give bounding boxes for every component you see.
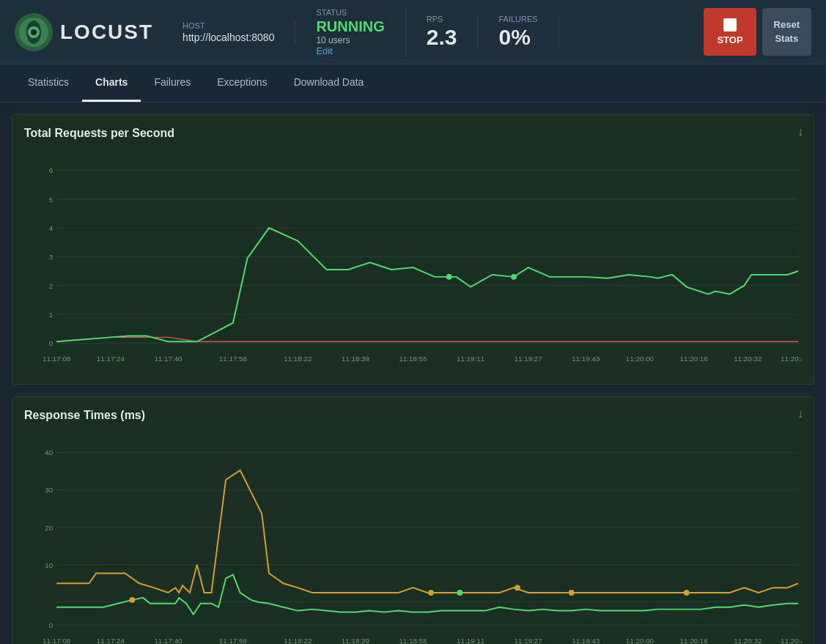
rps-chart-container: Total Requests per Second ↓ 6 5 4 3 2 1 … <box>12 114 814 385</box>
svg-text:11:17:40: 11:17:40 <box>154 636 182 644</box>
stop-button[interactable]: STOP <box>704 8 756 56</box>
nav-item-statistics[interactable]: Statistics <box>15 64 82 102</box>
header-info: HOST http://localhost:8080 STATUS RUNNIN… <box>182 8 689 56</box>
host-block: HOST http://localhost:8080 <box>182 21 295 43</box>
svg-text:11:19:27: 11:19:27 <box>515 636 542 644</box>
svg-text:11:17:40: 11:17:40 <box>154 355 182 363</box>
rps-download-icon[interactable]: ↓ <box>797 125 803 138</box>
svg-text:11:17:08: 11:17:08 <box>43 355 71 363</box>
host-value: http://localhost:8080 <box>182 32 274 43</box>
svg-text:3: 3 <box>49 253 54 261</box>
response-download-icon[interactable]: ↓ <box>797 407 803 421</box>
host-label: HOST <box>182 21 274 30</box>
response-chart-svg: 40 30 20 10 0 11:17:08 11:17:24 <box>24 431 802 644</box>
status-block: STATUS RUNNING 10 users Edit <box>295 8 405 56</box>
svg-point-51 <box>684 590 690 596</box>
svg-text:2: 2 <box>49 282 53 290</box>
svg-text:10: 10 <box>45 560 53 569</box>
rps-chart-area: 6 5 4 3 2 1 0 11:17:08 11:17:24 11:17:40… <box>24 149 802 372</box>
failures-value: 0% <box>498 25 537 50</box>
rps-value: 2.3 <box>427 25 457 50</box>
svg-point-4 <box>31 29 37 35</box>
svg-text:11:17:08: 11:17:08 <box>43 636 71 644</box>
svg-text:11:19:43: 11:19:43 <box>572 355 600 363</box>
logo-text: LOCUST <box>60 21 153 44</box>
svg-point-46 <box>129 596 135 602</box>
svg-text:11:20:32: 11:20:32 <box>734 355 762 363</box>
svg-text:0: 0 <box>49 621 54 629</box>
svg-text:11:17:24: 11:17:24 <box>97 355 125 363</box>
logo-area: LOCUST <box>15 13 153 51</box>
svg-text:11:20:16: 11:20:16 <box>680 355 709 363</box>
svg-text:11:19:27: 11:19:27 <box>515 355 542 363</box>
svg-point-20 <box>511 274 517 280</box>
svg-point-50 <box>569 590 575 596</box>
main-content: Total Requests per Second ↓ 6 5 4 3 2 1 … <box>0 103 826 644</box>
svg-text:1: 1 <box>49 311 53 319</box>
nav-item-exceptions[interactable]: Exceptions <box>204 64 280 102</box>
svg-text:11:19:11: 11:19:11 <box>457 636 484 644</box>
failures-label: FAILURES <box>498 15 537 23</box>
nav: Statistics Charts Failures Exceptions Do… <box>0 64 826 103</box>
svg-text:20: 20 <box>45 523 53 531</box>
svg-text:6: 6 <box>49 166 54 174</box>
svg-text:11:18:22: 11:18:22 <box>284 355 311 363</box>
svg-text:11:19:43: 11:19:43 <box>572 636 600 644</box>
header-buttons: STOP ResetStats <box>704 8 811 56</box>
rps-block: RPS 2.3 <box>406 15 479 50</box>
nav-item-charts[interactable]: Charts <box>82 64 141 102</box>
svg-text:11:20:16: 11:20:16 <box>680 636 709 644</box>
svg-point-48 <box>457 590 462 596</box>
svg-text:11:17:24: 11:17:24 <box>97 636 125 644</box>
edit-link[interactable]: Edit <box>316 45 332 56</box>
reset-button[interactable]: ResetStats <box>762 8 811 56</box>
rps-label: RPS <box>427 15 457 23</box>
svg-text:5: 5 <box>49 196 54 204</box>
reset-label: ResetStats <box>774 19 800 43</box>
stop-label: STOP <box>717 34 742 45</box>
response-chart-area: 40 30 20 10 0 11:17:08 11:17:24 <box>24 431 802 644</box>
svg-text:11:17:58: 11:17:58 <box>219 355 248 363</box>
logo-icon <box>15 13 53 51</box>
status-value: RUNNING <box>316 18 384 35</box>
nav-item-download[interactable]: Download Data <box>281 64 377 102</box>
svg-point-49 <box>515 585 520 591</box>
svg-text:11:20:00: 11:20:00 <box>626 355 654 363</box>
svg-text:0: 0 <box>49 339 54 347</box>
stop-icon <box>723 18 737 32</box>
header: LOCUST HOST http://localhost:8080 STATUS… <box>0 0 826 64</box>
nav-item-failures[interactable]: Failures <box>141 64 204 102</box>
svg-text:11:18:39: 11:18:39 <box>342 355 369 363</box>
svg-text:4: 4 <box>49 224 54 232</box>
svg-text:11:18:22: 11:18:22 <box>284 636 311 644</box>
svg-text:40: 40 <box>45 448 53 456</box>
svg-text:30: 30 <box>45 486 53 494</box>
response-chart-title: Response Times (ms) <box>24 409 802 422</box>
svg-text:11:17:58: 11:17:58 <box>219 636 248 644</box>
svg-text:11:18:55: 11:18:55 <box>399 636 427 644</box>
svg-text:11:20:48: 11:20:48 <box>781 355 802 363</box>
svg-point-19 <box>446 274 452 280</box>
status-label: STATUS <box>316 8 384 17</box>
svg-text:11:20:00: 11:20:00 <box>626 636 654 644</box>
response-chart-container: Response Times (ms) ↓ 40 30 20 10 0 <box>12 396 814 644</box>
svg-text:11:19:11: 11:19:11 <box>457 355 484 363</box>
rps-chart-svg: 6 5 4 3 2 1 0 11:17:08 11:17:24 11:17:40… <box>24 149 802 372</box>
svg-text:11:20:32: 11:20:32 <box>734 636 762 644</box>
svg-text:11:20:48: 11:20:48 <box>781 636 802 644</box>
svg-text:11:18:39: 11:18:39 <box>342 636 369 644</box>
users-value: 10 users <box>316 35 384 45</box>
rps-chart-title: Total Requests per Second <box>24 127 802 140</box>
svg-point-47 <box>428 590 434 596</box>
failures-block: FAILURES 0% <box>478 15 558 50</box>
svg-text:11:18:55: 11:18:55 <box>399 355 427 363</box>
